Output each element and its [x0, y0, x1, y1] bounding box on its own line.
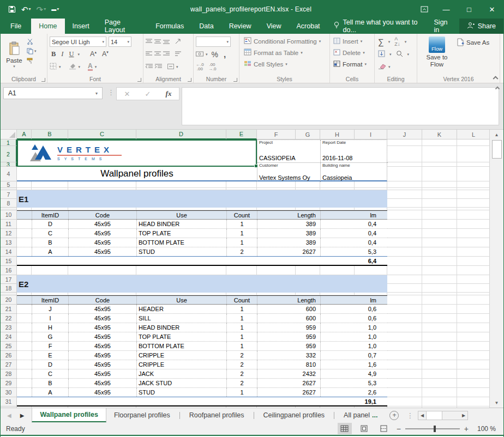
cell[interactable] — [387, 139, 422, 146]
cell[interactable] — [422, 220, 457, 229]
fill-color-icon[interactable] — [69, 63, 76, 71]
cell[interactable] — [136, 406, 226, 408]
table-cell[interactable]: 1 — [226, 342, 257, 350]
table-cell[interactable] — [17, 397, 32, 405]
cell[interactable] — [387, 323, 422, 332]
cell[interactable] — [422, 379, 457, 388]
table-cell[interactable]: Code — [68, 211, 136, 219]
cell[interactable] — [68, 208, 136, 210]
cell[interactable] — [226, 406, 257, 408]
cell[interactable] — [17, 188, 32, 190]
cell[interactable] — [296, 181, 320, 188]
table-cell[interactable]: Code — [68, 296, 136, 304]
sort-filter-icon[interactable]: AZ↓ — [394, 37, 400, 47]
row-header-29[interactable]: 29 — [1, 379, 17, 388]
table-cell[interactable] — [226, 257, 257, 265]
cell[interactable] — [387, 190, 422, 199]
table-cell[interactable] — [17, 296, 32, 304]
save-icon[interactable] — [8, 5, 16, 13]
cell[interactable] — [457, 369, 489, 379]
cell[interactable] — [68, 188, 136, 190]
row-header-2[interactable]: 2 — [1, 146, 17, 162]
cell[interactable] — [422, 146, 457, 162]
customize-qat-icon[interactable]: ▬▾ — [51, 7, 59, 12]
cell[interactable] — [422, 406, 457, 408]
insert-cells-button[interactable]: Insert▾ — [333, 35, 372, 47]
cell[interactable] — [387, 220, 422, 229]
table-cell[interactable]: 2 — [226, 351, 257, 360]
vertical-scroll-thumb[interactable] — [492, 140, 502, 159]
cut-icon[interactable] — [26, 38, 38, 45]
cell[interactable] — [457, 295, 489, 305]
table-cell[interactable]: 1 — [226, 238, 257, 247]
row-header-1[interactable]: 1 — [1, 139, 17, 146]
cell[interactable] — [226, 208, 257, 210]
table-cell[interactable]: 45x95 — [68, 220, 136, 228]
table-cell[interactable]: Use — [136, 211, 226, 219]
cell[interactable] — [68, 181, 136, 188]
table-cell[interactable]: 2 — [226, 369, 257, 378]
cell[interactable] — [387, 266, 422, 275]
tab-view[interactable]: View — [259, 19, 289, 34]
cell[interactable] — [226, 181, 257, 188]
font-name-select[interactable]: Segoe UI Ligh▾ — [50, 37, 106, 47]
cell[interactable] — [422, 257, 457, 266]
decrease-indent-icon[interactable] — [146, 64, 153, 70]
table-cell[interactable]: 389 — [257, 220, 320, 228]
cell[interactable] — [422, 397, 457, 406]
align-left-icon[interactable] — [146, 51, 152, 58]
cell[interactable] — [422, 369, 457, 379]
table-cell[interactable]: HEAD BINDER — [136, 323, 226, 332]
align-middle-icon[interactable] — [154, 39, 161, 45]
cell[interactable] — [422, 181, 457, 188]
table-cell[interactable]: C — [32, 369, 68, 378]
cell[interactable] — [457, 332, 489, 342]
table-cell[interactable]: B — [32, 238, 68, 247]
tell-me-box[interactable]: Tell me what you want to do... — [328, 19, 428, 34]
selected-logo-cell[interactable]: VERTEX SYSTEMS — [17, 139, 257, 167]
row-header-15[interactable]: 15 — [1, 257, 17, 266]
borders-icon[interactable] — [50, 63, 57, 71]
cell[interactable] — [387, 257, 422, 266]
undo-icon[interactable]: ↶▾ — [21, 5, 31, 14]
cell[interactable] — [422, 247, 457, 257]
cell[interactable] — [387, 406, 422, 408]
close-icon[interactable]: ✕ — [481, 0, 503, 19]
cell[interactable] — [457, 167, 489, 181]
table-cell[interactable]: 1,0 — [320, 342, 387, 350]
table-cell[interactable]: 959 — [257, 332, 320, 341]
column-header-J[interactable]: J — [387, 130, 422, 139]
cell[interactable] — [136, 188, 226, 190]
autosum-icon[interactable]: ∑ — [378, 37, 384, 46]
row-header-12[interactable]: 12 — [1, 229, 17, 238]
zoom-level[interactable]: 100 % — [474, 425, 496, 433]
cell[interactable] — [457, 229, 489, 238]
table-cell[interactable]: C — [32, 229, 68, 238]
table-cell[interactable]: lm — [320, 296, 387, 304]
cell[interactable] — [17, 406, 32, 408]
table-cell[interactable] — [17, 305, 32, 313]
table-cell[interactable]: 1,0 — [320, 323, 387, 332]
cell[interactable] — [457, 199, 489, 208]
cell[interactable] — [457, 314, 489, 323]
cell[interactable] — [457, 181, 489, 188]
align-bottom-icon[interactable] — [163, 39, 170, 45]
cell[interactable] — [320, 188, 355, 190]
row-header-25[interactable]: 25 — [1, 342, 17, 351]
cell[interactable] — [296, 406, 320, 408]
tab-home[interactable]: Home — [31, 19, 64, 34]
cell[interactable] — [457, 323, 489, 332]
cell[interactable] — [422, 388, 457, 397]
table-cell[interactable]: TOP PLATE — [136, 229, 226, 238]
cell[interactable] — [226, 293, 257, 295]
cell[interactable] — [296, 188, 320, 190]
view-page-break-icon[interactable] — [377, 423, 391, 434]
cell[interactable] — [422, 199, 457, 208]
cell[interactable] — [387, 351, 422, 360]
tab-file[interactable]: File — [1, 19, 31, 34]
sheet-tab-roofpanel[interactable]: Roofpanel profiles — [182, 408, 252, 422]
table-cell[interactable]: Length — [257, 211, 320, 219]
row-header-30[interactable]: 30 — [1, 388, 17, 397]
cell[interactable] — [296, 293, 320, 295]
row-header-27[interactable]: 27 — [1, 360, 17, 369]
